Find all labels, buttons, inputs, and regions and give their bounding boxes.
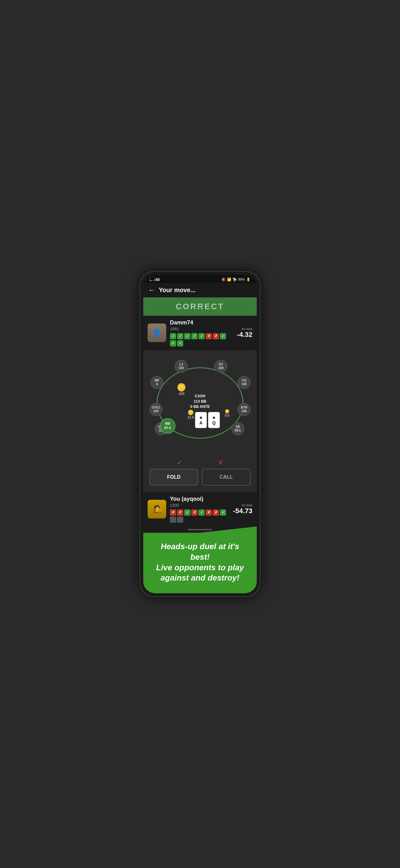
call-button[interactable]: CALL <box>202 469 251 486</box>
action-area: ✓ ✗ FOLD CALL <box>143 456 257 492</box>
seat-circle-btn: BTN100 <box>237 403 251 416</box>
battery-icon: 🔋 <box>246 278 251 282</box>
badge-b9 <box>170 517 176 523</box>
badge-b4: ✗ <box>191 509 198 516</box>
ante-label: 0 BB ANTE <box>190 404 210 409</box>
player-bottom-name: You (ayqooi) <box>170 496 229 502</box>
player-top-badges: ✓ ✓ ✓ ✓ ✓ ✗ ✗ ✓ ✓ ✓ <box>170 333 233 346</box>
chip-stack-05: 🪙 0.5 <box>225 409 229 417</box>
card-queen-spades: ♠ Q <box>208 412 220 428</box>
promo-text: Heads-up duel at it's best! Live opponen… <box>151 541 249 583</box>
badge-b8: ✓ <box>220 509 226 516</box>
center-info: CASH 113 BB 0 BB ANTE <box>190 394 210 409</box>
cards-display: ♠ A ♠ Q <box>195 412 220 428</box>
status-bar: 10:40 🔇 📶 📡 89% 🔋 <box>143 275 257 283</box>
seat-circle-hj: HJ100 <box>214 360 227 373</box>
fold-button[interactable]: FOLD <box>149 469 198 486</box>
seat-circle-lj: LJ100 <box>174 360 188 373</box>
card1-rank: A <box>199 420 202 425</box>
app-title: Your move... <box>159 286 196 294</box>
badge-b5: ✓ <box>198 509 205 516</box>
ev-loss-label-bottom: ev loss <box>233 503 253 507</box>
player-bottom-badges: ✗ ✗ ✓ ✗ ✓ ✗ ✗ ✓ <box>170 509 229 523</box>
game-type: CASH <box>190 394 210 399</box>
promo-line3: against and destroy! <box>161 573 239 582</box>
seat-circle-sb: SB99.5 <box>231 422 244 435</box>
phone-screen: 10:40 🔇 📶 📡 89% 🔋 ← Your move... CORRECT… <box>143 275 257 593</box>
back-button[interactable]: ← <box>148 286 155 294</box>
correct-banner: CORRECT <box>143 298 257 316</box>
app-bar: ← Your move... <box>143 283 257 298</box>
seat-lj: LJ100 <box>174 360 188 373</box>
card-ace-spades: ♠ A <box>195 412 207 428</box>
status-icons: 🔇 📶 📡 89% 🔋 <box>222 278 251 282</box>
poker-table: CASH 113 BB 0 BB ANTE LJ100 HJ100 <box>143 350 257 456</box>
player-bottom-score: 1200 <box>170 503 229 507</box>
card2-suit: ♠ <box>213 415 215 420</box>
promo-line2: Live opponents to play <box>156 563 244 572</box>
badge-b6: ✗ <box>206 509 212 516</box>
player-bottom-info: 🧑‍🎤 You (ayqooi) 1200 ✗ ✗ ✓ ✗ ✓ ✗ ✗ ✓ <box>143 492 257 527</box>
chip-amount-100: 100 <box>178 392 184 396</box>
ev-loss-value-bottom: -54.73 <box>233 507 253 515</box>
bb-count: 113 BB <box>190 399 210 404</box>
badge-7: ✗ <box>213 333 219 339</box>
badge-b3: ✓ <box>184 509 190 516</box>
badge-b2: ✗ <box>177 509 183 516</box>
player-bottom-ev: ev loss -54.73 <box>233 503 253 515</box>
promo-banner: Heads-up duel at it's best! Live opponen… <box>143 533 257 593</box>
bb-label: BB <box>165 422 170 426</box>
camera-notch <box>150 277 155 281</box>
avatar-person-icon: 👤 <box>147 323 166 342</box>
bb-seat: BB 87.5 <box>160 418 175 434</box>
mute-icon: 🔇 <box>222 278 226 282</box>
seat-circle-mp: MP0 <box>151 376 163 389</box>
ev-loss-value-top: -4.32 <box>237 331 253 339</box>
phone-frame: 10:40 🔇 📶 📡 89% 🔋 ← Your move... CORRECT… <box>139 271 261 597</box>
player-top-avatar: 👤 <box>147 323 166 342</box>
home-bar <box>188 529 212 530</box>
signal-icon: 📡 <box>233 278 237 282</box>
badge-b7: ✗ <box>213 509 219 516</box>
table-oval: CASH 113 BB 0 BB ANTE LJ100 HJ100 <box>147 358 253 448</box>
seat-btn: BTN100 <box>237 403 251 416</box>
bb-circle: BB 87.5 <box>160 418 175 434</box>
seat-utg1: UTG1100 <box>149 403 163 416</box>
chip-icon-12: 🪙 <box>188 409 194 415</box>
chip-icon-large: 🪙 <box>177 383 186 392</box>
call-wrong-icon: ✗ <box>218 459 223 466</box>
badge-8: ✓ <box>220 333 226 339</box>
action-icons: ✓ ✗ <box>149 459 251 466</box>
action-buttons[interactable]: FOLD CALL <box>149 469 251 486</box>
player-top-info: 👤 Damm74 1091 ✓ ✓ ✓ ✓ ✓ ✗ ✗ ✓ ✓ ✓ <box>143 316 257 350</box>
badge-3: ✓ <box>184 333 190 339</box>
card2-rank: Q <box>212 420 216 425</box>
avatar-anime-icon: 🧑‍🎤 <box>147 500 166 519</box>
player-top-details: Damm74 1091 ✓ ✓ ✓ ✓ ✓ ✗ ✗ ✓ ✓ ✓ <box>170 319 233 346</box>
player-top-ev: ev loss -4.32 <box>237 327 253 339</box>
seat-co: CO100 <box>237 376 251 389</box>
battery-text: 89% <box>238 278 245 281</box>
chip-stack-12: 🪙 12.5 <box>187 409 194 419</box>
bb-stack: 87.5 <box>164 426 171 430</box>
player-bottom-avatar: 🧑‍🎤 <box>147 500 166 519</box>
fold-correct-icon: ✓ <box>177 459 182 466</box>
seat-circle-co: CO100 <box>237 376 251 389</box>
badge-b1: ✗ <box>170 509 176 516</box>
promo-line1: Heads-up duel at it's best! <box>161 542 239 562</box>
badge-1: ✓ <box>170 333 176 339</box>
badge-2: ✓ <box>177 333 183 339</box>
seat-sb: SB99.5 <box>231 422 244 435</box>
player-top-name: Damm74 <box>170 319 233 326</box>
badge-10: ✓ <box>177 340 183 346</box>
badge-9: ✓ <box>170 340 176 346</box>
badge-b10 <box>177 517 183 523</box>
chip-icon-05: 🪙 <box>225 409 229 413</box>
badge-6: ✗ <box>206 333 212 339</box>
chip-stack-100: 🪙 100 <box>177 383 186 396</box>
correct-text: CORRECT <box>176 302 225 311</box>
player-bottom-details: You (ayqooi) 1200 ✗ ✗ ✓ ✗ ✓ ✗ ✗ ✓ <box>170 496 229 523</box>
badge-4: ✓ <box>191 333 198 339</box>
card1-suit: ♠ <box>200 415 202 420</box>
seat-mp: MP0 <box>151 376 163 389</box>
